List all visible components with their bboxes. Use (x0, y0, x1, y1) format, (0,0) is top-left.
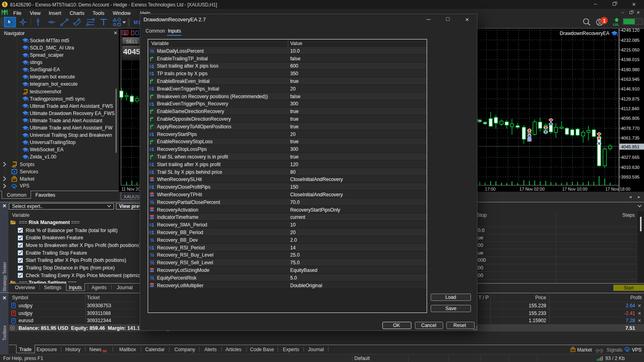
svg-text:LVL: LVL (613, 23, 619, 27)
svg-text:1: 1 (603, 18, 606, 24)
